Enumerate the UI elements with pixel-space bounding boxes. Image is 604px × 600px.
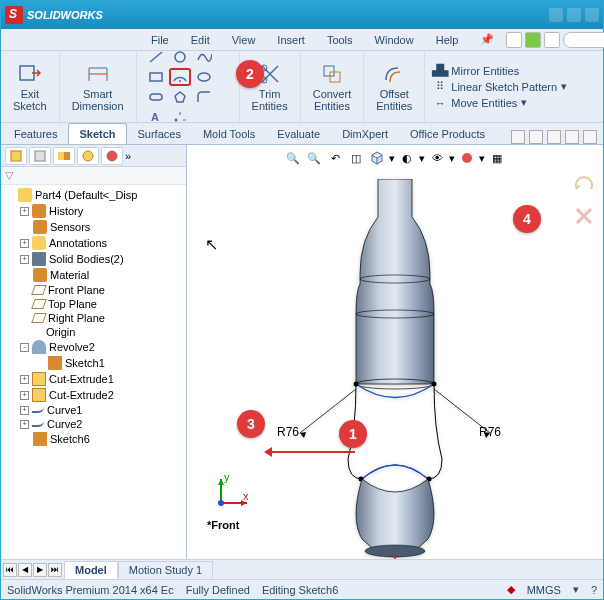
menu-edit[interactable]: Edit [181,31,220,49]
tab-scroll-last[interactable]: ⏭ [48,563,62,577]
close-button[interactable] [585,8,599,22]
tab-surfaces[interactable]: Surfaces [127,123,192,144]
tree-expand-icon[interactable]: + [20,406,29,415]
appearance-button[interactable] [458,149,476,167]
qat-rebuild-button[interactable] [525,32,541,48]
convert-entities-button[interactable]: Convert Entities [309,58,356,116]
viewport-dual-button[interactable] [529,130,543,144]
dropdown-icon[interactable]: ▾ [389,152,395,165]
panel-expand-icon[interactable]: » [125,150,131,162]
tree-node[interactable]: Top Plane [3,297,184,311]
rectangle-tool-button[interactable] [145,68,167,86]
section-view-button[interactable]: ◫ [347,149,365,167]
dimension-left[interactable]: R76 [277,425,299,439]
circle-tool-button[interactable] [169,48,191,66]
status-units[interactable]: MMGS [527,584,561,596]
menu-tools[interactable]: Tools [317,31,363,49]
viewport-single-button[interactable] [511,130,525,144]
config-manager-tab[interactable] [53,147,75,165]
smart-dimension-button[interactable]: Smart Dimension [68,58,128,116]
tree-expand-icon[interactable]: + [20,207,29,216]
tree-expand-icon[interactable]: - [20,343,29,352]
tree-node[interactable]: Origin [3,325,184,339]
tab-sketch[interactable]: Sketch [68,123,126,144]
fillet-tool-button[interactable] [193,88,215,106]
dimension-right[interactable]: R76 [479,425,501,439]
tree-node[interactable]: +Cut-Extrude2 [3,387,184,403]
tree-node[interactable]: Front Plane [3,283,184,297]
status-dropdown-icon[interactable]: ▾ [573,583,579,596]
status-custom-icon[interactable]: ◆ [507,583,515,596]
menu-help[interactable]: Help [426,31,469,49]
spline-tool-button[interactable] [193,48,215,66]
graphics-view[interactable]: 🔍 🔍 ↶ ◫ ▾ ◐ ▾ 👁 ▾ ▾ ▦ [187,145,603,559]
tree-node[interactable]: Sensors [3,219,184,235]
tree-node[interactable]: Part4 (Default<_Disp [3,187,184,203]
move-entities-button[interactable]: ↔Move Entities▾ [433,96,567,110]
menu-pin-icon[interactable]: 📌 [470,30,504,49]
view-orientation-button[interactable] [368,149,386,167]
qat-options-button[interactable] [544,32,560,48]
dimxpert-manager-tab[interactable] [77,147,99,165]
dropdown-icon[interactable]: ▾ [419,152,425,165]
cancel-sketch-icon[interactable] [573,205,595,227]
tab-features[interactable]: Features [3,123,68,144]
tab-motion-study[interactable]: Motion Study 1 [118,561,213,578]
qat-new-button[interactable] [506,32,522,48]
mirror-entities-button[interactable]: ▟▙Mirror Entities [433,64,567,78]
menu-view[interactable]: View [222,31,266,49]
search-input[interactable] [563,32,604,48]
ellipse-tool-button[interactable] [193,68,215,86]
tree-node[interactable]: -Revolve2 [3,339,184,355]
tree-node[interactable]: +History [3,203,184,219]
tab-dimxpert[interactable]: DimXpert [331,123,399,144]
panel-filter[interactable]: ▽ [1,167,186,185]
tab-scroll-next[interactable]: ▶ [33,563,47,577]
display-style-button[interactable]: ◐ [398,149,416,167]
tree-expand-icon[interactable]: + [20,375,29,384]
tree-node[interactable]: Sketch6 [3,431,184,447]
viewport-close-button[interactable] [583,130,597,144]
scene-button[interactable]: ▦ [488,149,506,167]
line-tool-button[interactable] [145,48,167,66]
dropdown-icon[interactable]: ▾ [449,152,455,165]
tree-node[interactable]: Right Plane [3,311,184,325]
feature-manager-tab[interactable] [5,147,27,165]
tree-expand-icon[interactable]: + [20,420,29,429]
property-manager-tab[interactable] [29,147,51,165]
status-help-icon[interactable]: ? [591,584,597,596]
maximize-button[interactable] [567,8,581,22]
exit-sketch-button[interactable]: Exit Sketch [9,58,51,116]
tree-node[interactable]: Sketch1 [3,355,184,371]
tab-office-products[interactable]: Office Products [399,123,496,144]
tree-node[interactable]: +Solid Bodies(2) [3,251,184,267]
linear-pattern-button[interactable]: ⠿Linear Sketch Pattern▾ [433,80,567,94]
offset-entities-button[interactable]: Offset Entities [372,58,416,116]
menu-window[interactable]: Window [365,31,424,49]
tab-scroll-first[interactable]: ⏮ [3,563,17,577]
menu-insert[interactable]: Insert [267,31,315,49]
display-manager-tab[interactable] [101,147,123,165]
tree-node[interactable]: +Curve1 [3,403,184,417]
tab-evaluate[interactable]: Evaluate [266,123,331,144]
previous-view-button[interactable]: ↶ [326,149,344,167]
minimize-button[interactable] [549,8,563,22]
viewport-minimize-button[interactable] [547,130,561,144]
tree-node[interactable]: +Cut-Extrude1 [3,371,184,387]
viewport-maximize-button[interactable] [565,130,579,144]
rotate-gizmo-icon[interactable] [573,175,595,197]
tree-node[interactable]: Material [3,267,184,283]
zoom-area-button[interactable]: 🔍 [305,149,323,167]
polygon-tool-button[interactable] [169,88,191,106]
tree-expand-icon[interactable]: + [20,391,29,400]
tab-mold-tools[interactable]: Mold Tools [192,123,266,144]
arc-tool-button[interactable] [169,68,191,86]
hide-show-button[interactable]: 👁 [428,149,446,167]
tree-expand-icon[interactable]: + [20,255,29,264]
tree-node[interactable]: +Annotations [3,235,184,251]
menu-file[interactable]: File [141,31,179,49]
tree-expand-icon[interactable]: + [20,239,29,248]
tree-node[interactable]: +Curve2 [3,417,184,431]
tab-scroll-prev[interactable]: ◀ [18,563,32,577]
zoom-fit-button[interactable]: 🔍 [284,149,302,167]
